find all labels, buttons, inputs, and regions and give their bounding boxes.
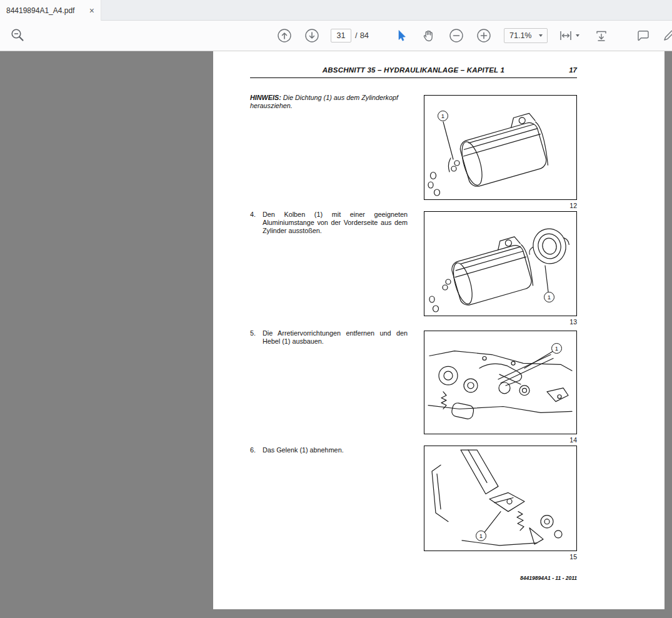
- page-number-input[interactable]: [331, 29, 351, 42]
- step-item: 4. Den Kolben (1) mit einer geeigneten A…: [250, 211, 408, 235]
- pdf-viewer-window: { "tab_bar": { "tabs": [ { "title": "844…: [0, 0, 672, 618]
- figure-callout: 1: [551, 343, 562, 354]
- step-number: 6.: [250, 446, 256, 454]
- figure-box: 1: [424, 446, 577, 551]
- document-tab[interactable]: 84419894A1_A4.pdf ×: [0, 0, 101, 21]
- minus-circle-icon: [449, 28, 464, 43]
- step-number: 4.: [250, 211, 256, 219]
- comment-button[interactable]: [636, 28, 651, 43]
- zoom-level-dropdown[interactable]: 71.1%: [504, 28, 548, 43]
- toolbar: /84 71.1%: [0, 21, 672, 51]
- page-count-label: /84: [355, 21, 371, 51]
- figure-number: 14: [424, 436, 577, 444]
- figure: 1 12: [424, 95, 577, 209]
- step-item: 5. Die Arretiervorrichtungen entfernen u…: [250, 329, 408, 346]
- scroll-mode-button[interactable]: [594, 28, 609, 43]
- comment-bubble-icon: [636, 28, 651, 43]
- select-tool-button[interactable]: [394, 28, 409, 43]
- plus-circle-icon: [476, 28, 491, 43]
- figure-box: 1: [424, 211, 577, 316]
- previous-page-button[interactable]: [277, 28, 292, 43]
- chevron-down-icon: [539, 34, 543, 37]
- doc-page-number: 17: [551, 66, 577, 74]
- content-area[interactable]: ABSCHNITT 35 – HYDRAULIKANLAGE – KAPITEL…: [0, 51, 672, 618]
- cursor-arrow-icon: [394, 28, 409, 43]
- down-arrow-circle-icon: [304, 28, 319, 43]
- note: HINWEIS:Die Dichtung (1) aus dem Zylinde…: [250, 94, 407, 110]
- up-arrow-circle-icon: [277, 28, 292, 43]
- figure-box: 1: [424, 331, 577, 434]
- figure-illustration-joint: [424, 446, 576, 551]
- figure-number: 12: [424, 202, 577, 209]
- tab-bar: 84419894A1_A4.pdf ×: [0, 0, 672, 21]
- step-item: 6. Das Gelenk (1) abnehmen.: [250, 446, 408, 454]
- figure-illustration-cylinder: [424, 96, 576, 199]
- pen-tool-button[interactable]: [661, 28, 672, 43]
- pen-icon: [661, 28, 672, 43]
- continuous-scroll-icon: [594, 28, 609, 43]
- tab-title: 84419894A1_A4.pdf: [6, 6, 84, 15]
- figure-callout: 1: [438, 111, 448, 121]
- pdf-page: ABSCHNITT 35 – HYDRAULIKANLAGE – KAPITEL…: [213, 51, 664, 609]
- hand-icon: [421, 28, 436, 43]
- doc-header-title: ABSCHNITT 35 – HYDRAULIKANLAGE – KAPITEL…: [250, 66, 577, 74]
- zoom-level-value: 71.1%: [509, 29, 531, 42]
- page-separator: /: [355, 31, 358, 40]
- fit-width-icon: [558, 28, 573, 43]
- header-rule: [250, 77, 577, 78]
- next-page-button[interactable]: [304, 28, 319, 43]
- marquee-zoom-button[interactable]: [9, 27, 26, 43]
- figure: 1 15: [424, 446, 577, 561]
- step-text: Den Kolben (1) mit einer geeigneten Alum…: [263, 211, 408, 235]
- zoom-out-button[interactable]: [449, 28, 464, 43]
- fit-width-button[interactable]: [558, 28, 581, 43]
- figure-number: 15: [424, 553, 577, 561]
- figure-callout: 1: [476, 531, 486, 541]
- magnifier-minus-icon: [9, 27, 26, 43]
- note-label: HINWEIS:: [250, 94, 281, 101]
- figure-callout: 1: [544, 292, 554, 302]
- doc-footer: 84419894A1 - 11 - 2011: [424, 575, 577, 581]
- step-number: 5.: [250, 329, 256, 337]
- page-total: 84: [360, 31, 369, 40]
- step-text: Die Arretiervorrichtungen entfernen und …: [263, 329, 408, 346]
- hand-tool-button[interactable]: [421, 28, 436, 43]
- figure: 1 13: [424, 211, 577, 326]
- figure-box: 1: [424, 95, 577, 200]
- zoom-in-button[interactable]: [476, 28, 491, 43]
- step-text: Das Gelenk (1) abnehmen.: [263, 446, 408, 454]
- chevron-down-icon: [576, 34, 579, 37]
- tab-close-icon[interactable]: ×: [89, 6, 94, 15]
- figure-number: 13: [424, 318, 577, 326]
- figure: 1 14: [424, 331, 577, 444]
